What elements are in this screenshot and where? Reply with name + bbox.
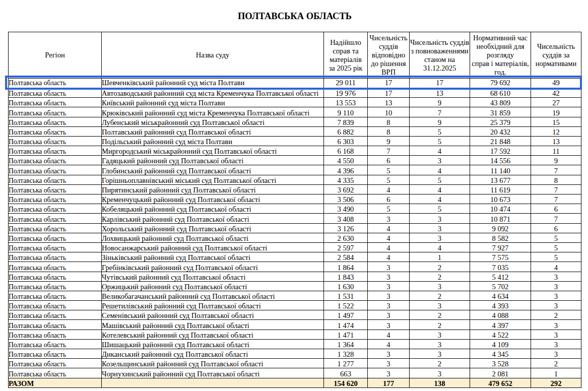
cell-received: 663 <box>324 368 368 378</box>
cell-judges_norm: 3 <box>531 339 581 349</box>
table-header: РегіонНазва судуНадійшло справ та матері… <box>9 32 581 79</box>
cell-region: Полтавська область <box>9 165 102 175</box>
total-norm_time: 479 652 <box>470 378 531 387</box>
page: ПОЛТАВСЬКА ОБЛАСТЬ РегіонНазва судуНадій… <box>0 0 588 391</box>
table-row: Полтавська областьОржицький районний суд… <box>9 281 581 291</box>
cell-judges_vrp: 4 <box>368 223 410 233</box>
cell-region: Полтавська область <box>9 214 102 223</box>
table-row: Полтавська областьКарлівський районний с… <box>9 214 581 223</box>
table-row: Полтавська областьСеменівський районний … <box>9 310 581 320</box>
cell-norm_time: 21 848 <box>470 136 531 146</box>
cell-judges_vrp: 3 <box>368 262 410 272</box>
cell-norm_time: 2 081 <box>470 368 531 378</box>
table-row: Полтавська областьЛохвицький районний су… <box>9 233 581 242</box>
column-header-judges_vrp: Чисельність суддів відповідно до рішення… <box>368 32 410 79</box>
table-row: Полтавська областьГадяцький районний суд… <box>9 156 581 165</box>
cell-judges_powers: 3 <box>410 349 470 359</box>
cell-norm_time: 5 702 <box>470 281 531 291</box>
cell-region: Полтавська область <box>9 223 102 233</box>
cell-judges_powers: 13 <box>410 88 470 97</box>
table-row: Полтавська областьЧутівський районний су… <box>9 272 581 281</box>
cell-judges_vrp: 3 <box>368 310 410 320</box>
cell-received: 1 471 <box>324 330 368 339</box>
total-received: 154 620 <box>324 378 368 387</box>
cell-norm_time: 4 522 <box>470 330 531 339</box>
cell-judges_norm: 19 <box>531 107 581 117</box>
cell-norm_time: 5 412 <box>470 272 531 281</box>
table-row: Полтавська областьКозельщинський районни… <box>9 359 581 368</box>
cell-judges_powers: 2 <box>410 262 470 272</box>
total-judges_powers: 138 <box>410 378 470 387</box>
cell-norm_time: 4 634 <box>470 291 531 300</box>
cell-judges_powers: 5 <box>410 136 470 146</box>
cell-norm_time: 43 809 <box>470 98 531 107</box>
cell-received: 1 522 <box>324 301 368 310</box>
cell-court: Оржицький районний суд Полтавської облас… <box>102 281 324 291</box>
cell-court: Лубенський міськрайонний суд Полтавської… <box>102 117 324 126</box>
cell-court: Шишацький районний суд Полтавської облас… <box>102 339 324 349</box>
cell-judges_norm: 3 <box>531 272 581 281</box>
table-row: Полтавська областьПодільський районний с… <box>9 136 581 146</box>
cell-region: Полтавська область <box>9 281 102 291</box>
cell-norm_time: 79 692 <box>470 79 531 88</box>
cell-judges_norm: 13 <box>531 136 581 146</box>
cell-judges_powers: 9 <box>410 117 470 126</box>
cell-received: 1 497 <box>324 310 368 320</box>
cell-court: Автозаводський районний суд міста Кремен… <box>102 88 324 97</box>
cell-region: Полтавська область <box>9 204 102 214</box>
cell-judges_vrp: 3 <box>368 359 410 368</box>
cell-judges_vrp: 6 <box>368 156 410 165</box>
cell-court: Котелевський районний суд Полтавської об… <box>102 330 324 339</box>
cell-judges_powers: 3 <box>410 281 470 291</box>
table-row: Полтавська областьЗіньківський районний … <box>9 252 581 262</box>
cell-received: 6 303 <box>324 136 368 146</box>
cell-judges_powers: 5 <box>410 204 470 214</box>
cell-region: Полтавська область <box>9 233 102 242</box>
cell-region: Полтавська область <box>9 194 102 204</box>
table-row: Полтавська областьНовосанжарський районн… <box>9 242 581 252</box>
cell-judges_powers: 3 <box>410 223 470 233</box>
cell-region: Полтавська область <box>9 156 102 165</box>
cell-received: 3 490 <box>324 204 368 214</box>
cell-court: Полтавський районний суд Полтавської обл… <box>102 126 324 136</box>
cell-judges_norm: 49 <box>531 79 581 88</box>
cell-judges_norm: 6 <box>531 223 581 233</box>
cell-norm_time: 25 379 <box>470 117 531 126</box>
cell-judges_vrp: 6 <box>368 194 410 204</box>
cell-judges_vrp: 7 <box>368 146 410 156</box>
cell-judges_norm: 1 <box>531 368 581 378</box>
cell-judges_vrp: 4 <box>368 242 410 252</box>
cell-received: 1 864 <box>324 262 368 272</box>
cell-judges_norm: 5 <box>531 252 581 262</box>
total-region: РАЗОМ <box>9 378 102 387</box>
cell-region: Полтавська область <box>9 301 102 310</box>
cell-judges_vrp: 3 <box>368 301 410 310</box>
cell-judges_vrp: 17 <box>368 79 410 88</box>
cell-court: Подільський районний суд міста Полтави <box>102 136 324 146</box>
cell-norm_time: 4 397 <box>470 320 531 330</box>
cell-judges_powers: 2 <box>410 291 470 300</box>
cell-judges_powers: 5 <box>410 126 470 136</box>
cell-region: Полтавська область <box>9 310 102 320</box>
table-row: Полтавська областьПирятинський районний … <box>9 184 581 194</box>
cell-court: Зіньківський районний суд Полтавської об… <box>102 252 324 262</box>
cell-norm_time: 11 619 <box>470 184 531 194</box>
cell-norm_time: 68 610 <box>470 88 531 97</box>
table-row: Полтавська областьГорішньоплавнівський м… <box>9 175 581 184</box>
cell-received: 1 531 <box>324 291 368 300</box>
cell-region: Полтавська область <box>9 359 102 368</box>
cell-court: Кременчуцький районний суд Полтавської о… <box>102 194 324 204</box>
cell-region: Полтавська область <box>9 368 102 378</box>
cell-received: 1 364 <box>324 339 368 349</box>
total-judges_norm: 292 <box>531 378 581 387</box>
cell-norm_time: 14 556 <box>470 156 531 165</box>
cell-norm_time: 31 859 <box>470 107 531 117</box>
cell-norm_time: 11 140 <box>470 165 531 175</box>
cell-judges_norm: 5 <box>531 233 581 242</box>
cell-judges_powers: 4 <box>410 165 470 175</box>
table-row: Полтавська областьМиргородський міськрай… <box>9 146 581 156</box>
cell-received: 4 396 <box>324 165 368 175</box>
cell-region: Полтавська область <box>9 88 102 97</box>
header-row: РегіонНазва судуНадійшло справ та матері… <box>9 32 581 79</box>
cell-judges_powers: 3 <box>410 368 470 378</box>
